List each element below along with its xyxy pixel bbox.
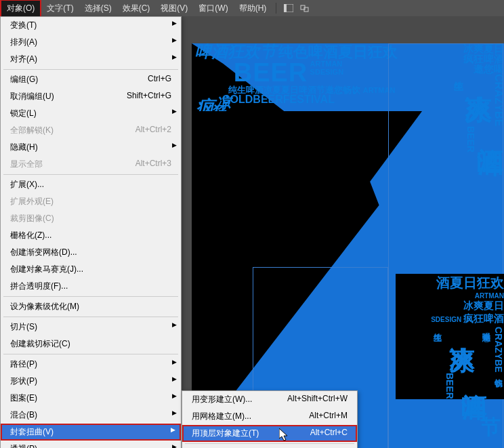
- menu-flatten[interactable]: 拼合透明度(F)...: [1, 278, 181, 295]
- submenu-make-warp[interactable]: 用变形建立(W)...Alt+Shift+Ctrl+W: [182, 391, 357, 408]
- lower-side-typography: 酒夏日狂欢 ARTMAN 冰爽夏日 SDESIGN 疯狂啤酒 纯生 冰爽 邀您喝…: [396, 274, 504, 399]
- arrange-icon[interactable]: [298, 2, 312, 14]
- menu-ungroup[interactable]: 取消编组(U)Shift+Ctrl+G: [1, 88, 181, 105]
- menu-unlock-all: 全部解锁(K)Alt+Ctrl+2: [1, 122, 181, 139]
- menu-lock[interactable]: 锁定(L): [1, 105, 181, 122]
- submenu-make-top-object[interactable]: 用顶层对象建立(T)Alt+Ctrl+C: [182, 425, 357, 442]
- side-typography: 冰爽夏日 疯狂啤酒 邀您喝 纯生 冰爽 CRAZYBE BEER 啤酒: [396, 43, 504, 152]
- menu-crop-image: 裁剪图像(C): [1, 210, 181, 227]
- menu-envelope-distort[interactable]: 封套扭曲(V): [1, 424, 181, 441]
- shortcut: Alt+Ctrl+3: [135, 159, 171, 170]
- menu-effect[interactable]: 效果(C): [117, 1, 156, 16]
- artboard: 啤酒狂欢节 纯色啤酒夏日狂欢 疯 凉 BEER ARTMAN SDESIGN 狂…: [192, 43, 504, 448]
- separator: [3, 354, 178, 354]
- menu-hide[interactable]: 隐藏(H): [1, 139, 181, 156]
- separator: [185, 443, 354, 444]
- menu-blend[interactable]: 混合(B): [1, 407, 181, 424]
- menu-pattern[interactable]: 图案(E): [1, 390, 181, 407]
- submenu-make-mesh[interactable]: 用网格建立(M)...Alt+Ctrl+M: [182, 408, 357, 425]
- menu-show-all: 显示全部Alt+Ctrl+3: [1, 156, 181, 173]
- shortcut: Alt+Ctrl+2: [135, 125, 171, 136]
- menu-text[interactable]: 文字(T): [41, 1, 79, 16]
- cursor-icon: [279, 428, 290, 444]
- menu-expand[interactable]: 扩展(X)...: [1, 176, 181, 193]
- menubar: 对象(O) 文字(T) 选择(S) 效果(C) 视图(V) 窗口(W) 帮助(H…: [0, 0, 504, 16]
- object-menu-dropdown: 变换(T) 排列(A) 对齐(A) 编组(G)Ctrl+G 取消编组(U)Shi…: [0, 16, 182, 448]
- menu-pixel-perfect[interactable]: 设为像素级优化(M): [1, 298, 181, 315]
- menu-slice[interactable]: 切片(S): [1, 319, 181, 335]
- shortcut: Ctrl+G: [148, 74, 171, 85]
- menu-rasterize[interactable]: 栅格化(Z)...: [1, 227, 181, 244]
- menu-help[interactable]: 帮助(H): [234, 1, 272, 16]
- svg-rect-1: [284, 4, 287, 12]
- menu-window[interactable]: 窗口(W): [193, 1, 233, 16]
- separator: [3, 174, 178, 175]
- black-triangle-shape: [192, 111, 422, 423]
- canvas-area[interactable]: 啤酒狂欢节 纯色啤酒夏日狂欢 疯 凉 BEER ARTMAN SDESIGN 狂…: [182, 16, 504, 448]
- menu-arrange[interactable]: 排列(A): [1, 34, 181, 51]
- menu-view[interactable]: 视图(V): [155, 1, 193, 16]
- shortcut: Shift+Ctrl+G: [127, 91, 171, 102]
- menu-expand-appearance: 扩展外观(E): [1, 193, 181, 210]
- envelope-submenu: 用变形建立(W)...Alt+Shift+Ctrl+W 用网格建立(M)...A…: [182, 390, 358, 448]
- menu-crop-marks[interactable]: 创建裁切标记(C): [1, 335, 181, 352]
- separator: [3, 296, 178, 297]
- separator: [3, 317, 178, 317]
- menubar-divider: [276, 3, 276, 14]
- menu-object[interactable]: 对象(O): [0, 0, 41, 18]
- menu-align[interactable]: 对齐(A): [1, 51, 181, 68]
- menu-shape[interactable]: 形状(P): [1, 373, 181, 390]
- separator: [3, 69, 178, 70]
- layout-icon[interactable]: [282, 2, 295, 14]
- menu-path[interactable]: 路径(P): [1, 356, 181, 373]
- shortcut: Alt+Ctrl+M: [309, 411, 348, 422]
- submenu-release: 释放(R): [182, 445, 357, 448]
- shortcut: Alt+Ctrl+C: [310, 428, 348, 439]
- menu-object-mosaic[interactable]: 创建对象马赛克(J)...: [1, 261, 181, 278]
- menu-gradient-mesh[interactable]: 创建渐变网格(D)...: [1, 244, 181, 261]
- menu-transform[interactable]: 变换(T): [1, 17, 181, 34]
- shortcut: Alt+Shift+Ctrl+W: [287, 394, 348, 405]
- menu-select[interactable]: 选择(S): [79, 1, 117, 16]
- menu-group[interactable]: 编组(G)Ctrl+G: [1, 71, 181, 88]
- menu-perspective[interactable]: 透视(P): [1, 441, 181, 448]
